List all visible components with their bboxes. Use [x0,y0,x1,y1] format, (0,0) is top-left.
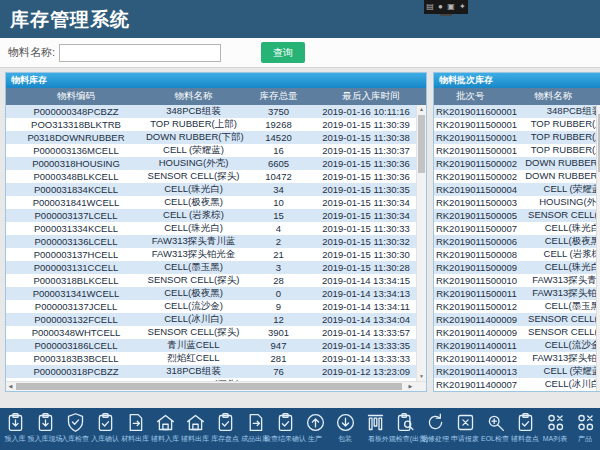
table-row[interactable]: RK2019011500005 SENSOR CELL(探头) [434,209,600,222]
overlay-settings-icon[interactable]: ✦ [459,3,466,11]
table-row[interactable]: P000031341WCELL CELL(极夜黑) 0 2019-01-14 1… [6,287,416,300]
table-row[interactable]: RK2019011500001 TOP RUBBER(上部) [434,131,600,144]
cell-batch-no: RK2019011500001 [434,131,519,144]
table-row[interactable]: RK2019011400009 SENSOR CELL(探头) [434,313,600,326]
overlay-handle[interactable] [440,14,452,16]
overlay-record-icon[interactable]: ● [438,3,443,11]
toolbar-item-packaging[interactable]: 包装 [330,412,360,450]
scroll-down-icon[interactable]: ▼ [417,372,426,381]
horizontal-scrollbar[interactable]: ◀ ▶ [6,381,426,391]
material-name-input[interactable] [59,44,221,62]
table-row[interactable]: RK2019011600001 348PCB组装 [434,105,600,118]
table-row[interactable]: RK2019011400007 CELL(冰川白) [434,378,600,391]
table-row[interactable]: P0000348WHTCELL SENSOR CELL(探头) 3901 201… [6,326,416,339]
cell-material-name: SENSOR CELL(探头) [146,274,241,287]
table-row[interactable]: RK2019011500010 FAW313探头青川蓝 [434,274,600,287]
toolbar-item-check-result-confirm[interactable]: 检查结果确认 [270,412,300,450]
table-row[interactable]: P000031834KCELL CELL(珠光白) 34 2019-01-15 … [6,183,416,196]
table-row[interactable]: RK2019011500001 TOP RUBBER(上部) [434,144,600,157]
overlay-window-icon[interactable]: ▣ [447,3,455,11]
table-row[interactable]: RK2019011400009 SENSOR CELL(探头) [434,326,600,339]
toolbar-item-ma-list[interactable]: MA列表 [540,412,570,450]
cell-material-name: TOP RUBBER(上部) [519,118,600,131]
cell-material-code: P0003183B3BCELL [6,352,146,365]
toolbar-item-pre-inbound[interactable]: 预入库 [0,412,30,450]
cell-material-code: P000003137HCELL [6,248,146,261]
cell-material-code: P000003187HCELL [6,391,146,392]
cell-batch-no: RK2019011400009 [434,326,519,339]
toolbar-item-label: 返修处理 [421,434,449,444]
table-row[interactable]: RK2019011400012 FAW313探头铂光金 [434,352,600,365]
toolbar-item-aux-stock-count[interactable]: 辅料盘点 [510,412,540,450]
table-row[interactable]: P000000318PCBZZ 318PCB组装 76 2019-01-12 1… [6,365,416,378]
toolbar-item-repair[interactable]: 返修处理 [420,412,450,450]
scroll-left-icon[interactable]: ◀ [6,382,15,391]
toolbar-item-product-outbound[interactable]: 成品出库 [240,412,270,450]
toolbar-item-production[interactable]: 生产 [300,412,330,450]
table-row[interactable]: P0000348BLKCELL SENSOR CELL(探头) 10472 20… [6,170,416,183]
scrollbar-thumb[interactable] [16,383,402,390]
cell-total-qty: 15 [241,209,316,222]
toolbar-item-aux-outbound[interactable]: 辅料出库 [180,412,210,450]
toolbar-item-kanban[interactable]: 看板 [360,412,390,450]
toolbar-item-product[interactable]: 产品 [570,412,600,450]
screen-overlay-toolbar[interactable]: ▤ ● ▣ ✦ [424,0,468,14]
table-row[interactable]: P000003132FCELL CELL(冰川白) 12 2019-01-14 … [6,313,416,326]
table-row[interactable]: RK2019011500002 DOWN RUBBER(下部) [434,157,600,170]
table-row[interactable]: P000003137LCELL CELL (岩浆棕) 15 2019-01-15… [6,209,416,222]
table-row[interactable]: P000003137HCELL FAW313探头铂光金 21 2019-01-1… [6,248,416,261]
table-row[interactable]: P0000318BLKCELL SENSOR CELL(探头) 28 2019-… [6,274,416,287]
table-row[interactable]: RK2019011500006 CELL(极夜黑) [434,235,600,248]
toolbar-item-aux-inbound[interactable]: 辅料入库 [150,412,180,450]
toolbar-item-stock-count[interactable]: 库存盘点 [210,412,240,450]
table-row[interactable]: P000003187HCELL 铂光金CELL 171 2019-01-10 1… [6,391,416,392]
table-row[interactable]: RK2019011400013 CELL (荣耀蓝) [434,365,600,378]
overlay-capture-icon[interactable]: ▤ [426,3,434,11]
table-row[interactable]: RK2019011500007 CELL(珠光白) [434,222,600,235]
table-row[interactable]: P000003137JCELL CELL(流沙金) 9 2019-01-14 1… [6,300,416,313]
toolbar-item-eol-check[interactable]: EOL检查 [480,412,510,450]
table-row[interactable]: P0000318HOUSING HOUSING(外壳) 6605 2019-01… [6,157,416,170]
table-row[interactable]: RK2019011500008 CELL (岩浆棕) [434,248,600,261]
toolbar-item-inbound-check[interactable]: 入库检查 [60,412,90,450]
table-row[interactable]: P000003131CCELL CELL(墨玉黑) 3 2019-01-15 1… [6,261,416,274]
cell-batch-no: RK2019011500011 [434,287,519,300]
toolbar-item-inbound-confirm[interactable]: 入库确认 [90,412,120,450]
vertical-scrollbar[interactable] [596,105,600,391]
scroll-right-icon[interactable]: ▶ [406,382,415,391]
table-row[interactable]: RK2019011500002 DOWN RUBBER(下部) [434,170,600,183]
table-row[interactable]: RK2019011400005 CELL (岩浆棕) [434,391,600,392]
toolbar-item-pre-inbound-site[interactable]: 预入库现场 [30,412,60,450]
scroll-up-icon[interactable]: ▲ [417,105,426,114]
table-row[interactable]: P000003186LCELL 青川蓝CELL 947 2019-01-14 1… [6,339,416,352]
cell-last-inbound-time: 2019-01-15 11:30:38 [316,131,416,144]
clipboard-search-icon [395,412,416,433]
cell-material-name: SENSOR CELL(探头) [146,170,241,183]
vertical-scrollbar[interactable]: ▲ ▼ [416,105,426,381]
table-row[interactable]: RK2019011500012 CELL(墨玉黑) [434,300,600,313]
table-row[interactable]: P0003183B3BCELL 烈焰红CELL 281 2019-01-14 1… [6,352,416,365]
cell-last-inbound-time: 2019-01-14 13:34:04 [316,313,416,326]
table-row[interactable]: RK2019011500004 CELL (荣耀蓝) [434,183,600,196]
table-row[interactable]: RK2019011500003 HOUSING(外壳) [434,196,600,209]
table-row[interactable]: P000003136MCELL CELL (荣耀蓝) 16 2019-01-15… [6,144,416,157]
toolbar-item-scrap-request[interactable]: 申请报废 [450,412,480,450]
cell-material-code: P000003136LCELL [6,235,146,248]
table-row[interactable]: RK2019011500011 FAW313探头铂光金 [434,287,600,300]
scrollbar-thumb[interactable] [418,115,425,173]
cell-total-qty: 76 [241,365,316,378]
table-row[interactable]: P000031841WCELL CELL(极夜黑) 10 2019-01-15 … [6,196,416,209]
query-button[interactable]: 查询 [261,42,305,63]
table-row[interactable]: P000000348PCBZZ 348PCB组装 3750 2019-01-16… [6,105,416,118]
table-row[interactable]: P000031334KCELL CELL(珠光白) 4 2019-01-15 1… [6,222,416,235]
table-row[interactable]: P000003136LCELL FAW313探头青川蓝 2 2019-01-15… [6,235,416,248]
table-row[interactable]: RK2019011400011 CELL(流沙金) [434,339,600,352]
content-area: 物料库存 物料编码 物料名称 库存总量 最后入库时间 P000000348PCB… [0,68,600,408]
table-row[interactable]: RK2019011500001 TOP RUBBER(上部) [434,118,600,131]
toolbar-item-material-outbound[interactable]: 材料出库 [120,412,150,450]
toolbar-item-appearance-check[interactable]: 外观检查(出货) [390,412,420,450]
table-row[interactable]: POO313318BLKTRB TOP RUBBER(上部) 19268 201… [6,118,416,131]
table-row[interactable]: RK2019011500009 CELL(珠光白) [434,261,600,274]
cell-material-code: P000003186LCELL [6,339,146,352]
table-row[interactable]: P0318DOWNRUBBER DOWN RUBBER(下部) 14520 20… [6,131,416,144]
